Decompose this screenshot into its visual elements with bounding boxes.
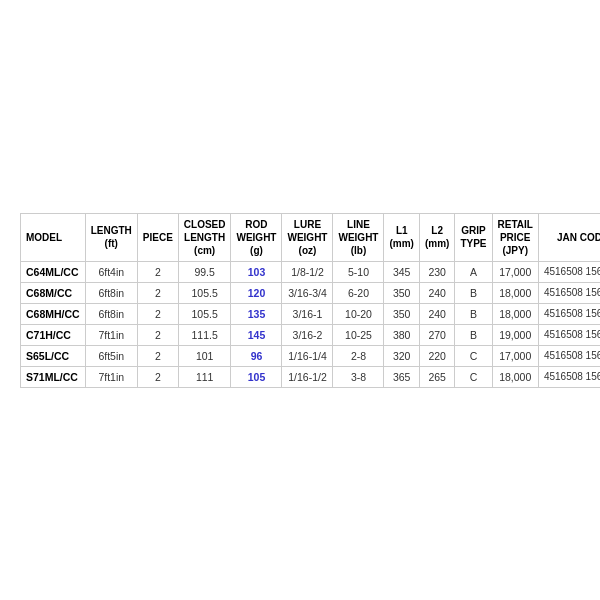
table-cell: C64ML/CC: [21, 261, 86, 282]
table-cell: 320: [384, 345, 419, 366]
table-cell: 105.5: [178, 282, 231, 303]
table-cell: C68M/CC: [21, 282, 86, 303]
table-wrapper: MODEL LENGTH(ft) PIECE CLOSEDLENGTH(cm) …: [0, 193, 600, 408]
th-line-weight: LINEWEIGHT(lb): [333, 213, 384, 261]
table-row: C68MH/CC6ft8in2105.51353/16-110-20350240…: [21, 303, 601, 324]
table-cell: 19,000: [492, 324, 538, 345]
table-cell: 18,000: [492, 303, 538, 324]
th-grip: GRIPTYPE: [455, 213, 492, 261]
table-cell: 4516508 15678 2: [538, 324, 600, 345]
table-cell: 111: [178, 366, 231, 387]
table-cell: 10-25: [333, 324, 384, 345]
table-cell: 220: [419, 345, 454, 366]
table-cell: 2: [137, 366, 178, 387]
table-row: C71H/CC7ft1in2111.51453/16-210-25380270B…: [21, 324, 601, 345]
table-cell: 7ft1in: [85, 324, 137, 345]
table-cell: 96: [231, 345, 282, 366]
table-cell: 6ft5in: [85, 345, 137, 366]
table-cell: 6ft8in: [85, 282, 137, 303]
table-cell: 380: [384, 324, 419, 345]
table-cell: 4516508 15677 5: [538, 303, 600, 324]
table-cell: A: [455, 261, 492, 282]
table-cell: 365: [384, 366, 419, 387]
table-cell: 2: [137, 345, 178, 366]
th-l2: L2(mm): [419, 213, 454, 261]
th-jan: JAN CODE: [538, 213, 600, 261]
table-cell: 240: [419, 303, 454, 324]
table-cell: 2: [137, 261, 178, 282]
table-cell: C68MH/CC: [21, 303, 86, 324]
table-cell: 18,000: [492, 282, 538, 303]
table-cell: 120: [231, 282, 282, 303]
th-rod-weight: RODWEIGHT(g): [231, 213, 282, 261]
table-cell: C: [455, 366, 492, 387]
table-cell: 6ft8in: [85, 303, 137, 324]
table-cell: 105.5: [178, 303, 231, 324]
table-cell: 4516508 15679 9: [538, 345, 600, 366]
table-cell: 145: [231, 324, 282, 345]
table-cell: 101: [178, 345, 231, 366]
th-l1: L1(mm): [384, 213, 419, 261]
table-cell: 1/8-1/2: [282, 261, 333, 282]
table-cell: 4516508 15675 1: [538, 261, 600, 282]
table-cell: 2: [137, 282, 178, 303]
table-cell: 6ft4in: [85, 261, 137, 282]
table-row: S65L/CC6ft5in2101961/16-1/42-8320220C17,…: [21, 345, 601, 366]
table-cell: 6-20: [333, 282, 384, 303]
table-cell: C71H/CC: [21, 324, 86, 345]
table-cell: 111.5: [178, 324, 231, 345]
table-cell: 350: [384, 303, 419, 324]
table-cell: B: [455, 324, 492, 345]
table-cell: 17,000: [492, 261, 538, 282]
table-cell: 2: [137, 303, 178, 324]
table-cell: 1/16-1/4: [282, 345, 333, 366]
table-cell: 345: [384, 261, 419, 282]
table-row: C64ML/CC6ft4in299.51031/8-1/25-10345230A…: [21, 261, 601, 282]
table-cell: S71ML/CC: [21, 366, 86, 387]
th-lure-weight: LUREWEIGHT(oz): [282, 213, 333, 261]
specs-table: MODEL LENGTH(ft) PIECE CLOSEDLENGTH(cm) …: [20, 213, 600, 388]
table-cell: 18,000: [492, 366, 538, 387]
table-cell: S65L/CC: [21, 345, 86, 366]
table-cell: 350: [384, 282, 419, 303]
table-row: C68M/CC6ft8in2105.51203/16-3/46-20350240…: [21, 282, 601, 303]
table-cell: 265: [419, 366, 454, 387]
th-closed: CLOSEDLENGTH(cm): [178, 213, 231, 261]
table-cell: B: [455, 303, 492, 324]
header-row: MODEL LENGTH(ft) PIECE CLOSEDLENGTH(cm) …: [21, 213, 601, 261]
table-cell: 105: [231, 366, 282, 387]
table-cell: B: [455, 282, 492, 303]
table-cell: 10-20: [333, 303, 384, 324]
th-piece: PIECE: [137, 213, 178, 261]
table-cell: 240: [419, 282, 454, 303]
table-cell: 17,000: [492, 345, 538, 366]
table-cell: 230: [419, 261, 454, 282]
table-cell: 99.5: [178, 261, 231, 282]
table-cell: 135: [231, 303, 282, 324]
th-model: MODEL: [21, 213, 86, 261]
table-cell: 5-10: [333, 261, 384, 282]
table-cell: 103: [231, 261, 282, 282]
th-length: LENGTH(ft): [85, 213, 137, 261]
th-price: RETAILPRICE(JPY): [492, 213, 538, 261]
table-cell: 3-8: [333, 366, 384, 387]
table-cell: C: [455, 345, 492, 366]
table-cell: 4516508 15676 8: [538, 282, 600, 303]
table-cell: 3/16-3/4: [282, 282, 333, 303]
table-cell: 3/16-2: [282, 324, 333, 345]
table-row: S71ML/CC7ft1in21111051/16-1/23-8365265C1…: [21, 366, 601, 387]
table-cell: 4516508 15680 5: [538, 366, 600, 387]
table-cell: 270: [419, 324, 454, 345]
table-cell: 2: [137, 324, 178, 345]
table-cell: 1/16-1/2: [282, 366, 333, 387]
table-cell: 3/16-1: [282, 303, 333, 324]
table-cell: 2-8: [333, 345, 384, 366]
table-cell: 7ft1in: [85, 366, 137, 387]
